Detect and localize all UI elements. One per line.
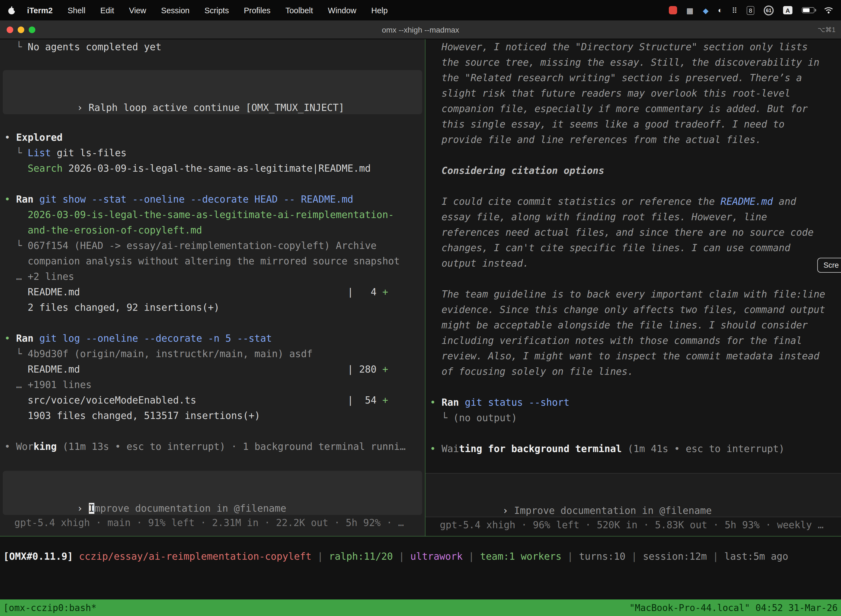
prompt-chevron-icon: › bbox=[77, 503, 89, 514]
keypad-icon[interactable]: 8 bbox=[747, 6, 755, 15]
window-title: omx --xhigh --madmax bbox=[0, 25, 841, 34]
window-title-bar[interactable]: omx --xhigh --madmax ⌥⌘1 bbox=[0, 21, 841, 39]
blue-app-icon[interactable]: ◆ bbox=[703, 6, 709, 15]
menu-item-2[interactable]: Edit bbox=[100, 6, 114, 15]
terminal-line: 1903 files changed, 513517 insertions(+) bbox=[0, 408, 425, 423]
text-segment: 4b9d30f (origin/main, instructkr/main, m… bbox=[28, 348, 313, 359]
text-segment: • bbox=[4, 132, 16, 143]
text-segment: | bbox=[463, 551, 480, 562]
terminal-line: • Working (11m 13s • esc to interrupt) ·… bbox=[0, 439, 425, 454]
text-segment: | bbox=[707, 551, 724, 562]
keyboard-grid-icon[interactable]: ▦ bbox=[687, 6, 694, 15]
terminal-line: Considering citation options bbox=[425, 163, 841, 178]
menu-item-6[interactable]: Profiles bbox=[244, 6, 271, 15]
screen-recording-indicator[interactable] bbox=[669, 6, 677, 14]
close-button[interactable] bbox=[7, 26, 13, 33]
terminal-line bbox=[425, 425, 841, 441]
terminal-line: essay file, along with finding root file… bbox=[425, 209, 841, 224]
text-segment bbox=[34, 333, 39, 344]
text-segment: git status --short bbox=[464, 397, 569, 408]
terminal-line: Search 2026-03-09-is-legal-the-same-as-l… bbox=[0, 161, 425, 176]
terminal-line bbox=[0, 423, 425, 439]
apple-menu-icon[interactable] bbox=[8, 6, 16, 15]
text-segment: last:5m ago bbox=[724, 551, 788, 562]
menu-item-4[interactable]: Session bbox=[161, 6, 189, 15]
input-source-icon[interactable]: A bbox=[783, 6, 793, 14]
terminal-line: companion analysis without altering the … bbox=[0, 253, 425, 269]
text-segment bbox=[459, 397, 464, 408]
terminal-line: • Ran git show --stat --oneline --decora… bbox=[0, 192, 425, 207]
left-pane-lines: • Explored └ List git ls-files Search 20… bbox=[0, 114, 425, 454]
text-segment: the "Related research writing" section i… bbox=[430, 72, 802, 84]
menu-item-1[interactable]: Shell bbox=[67, 6, 85, 15]
text-segment: might be acceptable alongside the file l… bbox=[430, 320, 808, 331]
terminal-line: companion file, especially if more comme… bbox=[425, 101, 841, 116]
menu-item-3[interactable]: View bbox=[129, 6, 146, 15]
text-segment: | bbox=[393, 551, 410, 562]
text-segment: 2 files changed, 92 insertions(+) bbox=[4, 302, 220, 313]
input-text: Improve documentation in @filename bbox=[514, 505, 712, 516]
battery-icon[interactable] bbox=[802, 7, 815, 13]
wifi-icon[interactable] bbox=[824, 7, 833, 14]
text-segment: No agents completed yet bbox=[28, 41, 161, 53]
text-segment: git show --stat --oneline --decorate HEA… bbox=[39, 194, 353, 205]
menu-item-7[interactable]: Toolbelt bbox=[285, 6, 313, 15]
text-segment: ralph:11/20 bbox=[329, 551, 393, 562]
left-input-box[interactable]: › Improve documentation in @filename bbox=[3, 471, 422, 515]
terminal-line: of focusing solely on file lines. bbox=[425, 364, 841, 379]
left-pane-lines-top: └ No agents completed yet bbox=[0, 39, 425, 70]
text-segment: session:12m bbox=[643, 551, 707, 562]
text-segment: Search bbox=[28, 163, 62, 174]
text-segment: including verification notes with those … bbox=[430, 335, 802, 346]
text-segment: git log --oneline --decorate -n 5 --stat bbox=[39, 333, 272, 344]
text-segment: Ran bbox=[16, 333, 34, 344]
terminal-line: • Explored bbox=[0, 130, 425, 145]
text-segment: essay file, along with finding root file… bbox=[430, 211, 767, 223]
battery-nub bbox=[815, 9, 816, 12]
terminal-line: and-the-erosion-of-copyleft.md bbox=[0, 223, 425, 238]
banner-text: Ralph loop active continue [OMX_TMUX_INJ… bbox=[89, 102, 344, 113]
text-segment: 067f154 (HEAD -> essay/ai-reimplementati… bbox=[28, 240, 377, 251]
terminal-line: might be acceptable alongside the file l… bbox=[425, 317, 841, 333]
screen-notification-overlay[interactable]: Scre bbox=[817, 258, 841, 273]
terminal-line: the source tree, missing the essay. Stil… bbox=[425, 55, 841, 70]
right-input-box[interactable]: › Improve documentation in @filename bbox=[425, 473, 841, 517]
menu-item-5[interactable]: Scripts bbox=[204, 6, 229, 15]
text-cursor: I bbox=[89, 503, 94, 514]
text-segment: evidence. Since this change only affects… bbox=[430, 304, 825, 315]
text-segment: of focusing solely on file lines. bbox=[430, 366, 633, 377]
terminal-line: README.md | 4 + bbox=[0, 284, 425, 300]
terminal-line: provide file and line references from th… bbox=[425, 132, 841, 147]
text-segment bbox=[73, 551, 79, 562]
terminal-line bbox=[425, 271, 841, 286]
terminal-line: └ (no output) bbox=[425, 410, 841, 425]
prompt-chevron-icon: › bbox=[77, 102, 89, 113]
battery-gauge-icon[interactable]: 61 bbox=[764, 5, 774, 15]
text-segment: | bbox=[312, 551, 329, 562]
text-segment: + bbox=[382, 286, 388, 298]
text-segment: (no output) bbox=[453, 412, 517, 423]
right-pane[interactable]: However, I noticed the "Directory Struct… bbox=[425, 39, 841, 536]
terminal-line: 2 files changed, 92 insertions(+) bbox=[0, 300, 425, 315]
menu-item-9[interactable]: Help bbox=[371, 6, 388, 15]
minimize-button[interactable] bbox=[18, 26, 24, 33]
banner-line: › Ralph loop active continue [OMX_TMUX_I… bbox=[7, 84, 418, 100]
input-text: mprove documentation in @filename bbox=[94, 503, 286, 514]
terminal-line: • Ran git status --short bbox=[425, 395, 841, 410]
terminal-line bbox=[0, 55, 425, 70]
tmux-session-info: [omx-cczip0:bash* bbox=[3, 603, 97, 613]
text-segment: • bbox=[430, 397, 441, 408]
text-segment: and-the-erosion-of-copyleft.md bbox=[4, 224, 202, 236]
menu-item-0[interactable]: iTerm2 bbox=[27, 6, 53, 15]
text-segment: companion file, especially if more comme… bbox=[430, 103, 808, 114]
battery-fill bbox=[803, 8, 810, 12]
terminal-line: this single essay, it seems like a good … bbox=[425, 116, 841, 132]
omx-status-line: [OMX#0.11.9] cczip/essay/ai-reimplementa… bbox=[0, 549, 841, 564]
dots-grid-icon[interactable]: ⠿ bbox=[732, 6, 737, 15]
left-pane[interactable]: └ No agents completed yet › Ralph loop a… bbox=[0, 39, 425, 536]
text-segment: List bbox=[28, 147, 51, 158]
contrast-icon[interactable]: ◐ bbox=[718, 6, 722, 14]
zoom-button[interactable] bbox=[29, 26, 35, 33]
menu-item-8[interactable]: Window bbox=[328, 6, 356, 15]
terminal-line: └ 4b9d30f (origin/main, instructkr/main,… bbox=[0, 346, 425, 362]
